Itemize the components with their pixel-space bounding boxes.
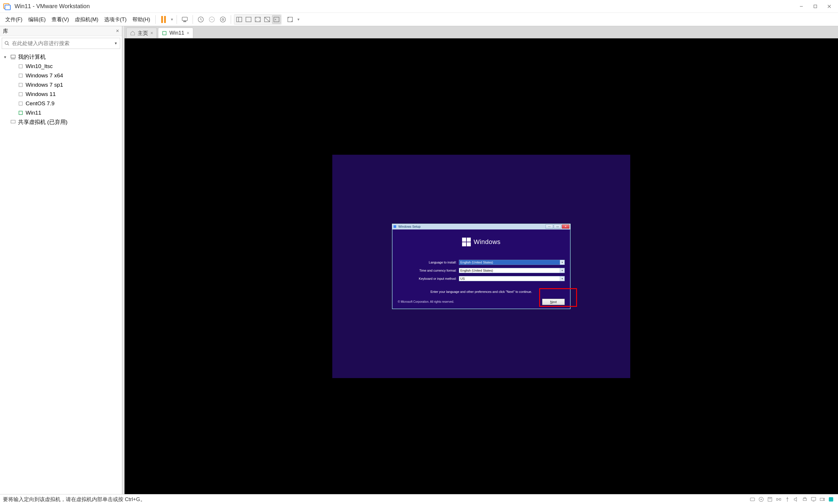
- svg-line-17: [265, 17, 270, 22]
- time-format-select[interactable]: English (United States) ▾: [459, 268, 565, 273]
- tree-my-computer[interactable]: ▾ 我的计算机: [1, 52, 121, 62]
- tab-home[interactable]: 主页 ×: [126, 28, 157, 38]
- status-network-icon[interactable]: [774, 495, 783, 503]
- search-dropdown-icon[interactable]: ▼: [114, 41, 118, 46]
- svg-rect-29: [19, 111, 22, 114]
- keyboard-select[interactable]: US ▾: [459, 276, 565, 281]
- tree-shared-vms[interactable]: 共享虚拟机 (已弃用): [1, 118, 121, 127]
- tab-close-button[interactable]: ×: [186, 31, 189, 36]
- status-message-icon[interactable]: [827, 495, 835, 503]
- library-search[interactable]: ▼: [2, 38, 120, 49]
- view-unity-button[interactable]: [263, 15, 271, 24]
- status-usb-icon[interactable]: [783, 495, 791, 503]
- tree-vm-item[interactable]: Win10_ltsc: [1, 62, 121, 71]
- menu-view[interactable]: 查看(V): [49, 15, 71, 24]
- view-console-button[interactable]: [272, 15, 281, 24]
- svg-rect-37: [769, 497, 771, 499]
- menu-tabs[interactable]: 选项卡(T): [102, 15, 129, 24]
- view-mode-group: [234, 14, 282, 25]
- workspace: 库 × ▼ ▾ 我的计算机 Win10_ltsc Windows 7 x64 W…: [0, 26, 838, 494]
- setup-title-text: Windows Setup: [398, 225, 421, 228]
- field-language: Language to install: English (United Sta…: [398, 260, 565, 265]
- tab-close-button[interactable]: ×: [150, 31, 153, 36]
- vm-icon: [17, 82, 24, 88]
- keyboard-label: Keyboard or input method:: [398, 277, 459, 280]
- windows-logo-text: Windows: [474, 238, 501, 246]
- window-title: Win11 - VMware Workstation: [15, 3, 795, 10]
- stretch-dropdown[interactable]: ▼: [296, 17, 300, 21]
- svg-point-20: [5, 41, 8, 44]
- menu-vm[interactable]: 虚拟机(M): [72, 15, 101, 24]
- window-titlebar: Win11 - VMware Workstation: [0, 0, 838, 13]
- view-split-button[interactable]: [235, 15, 244, 24]
- svg-point-11: [222, 19, 224, 20]
- tree-vm-item[interactable]: Windows 7 sp1: [1, 80, 121, 90]
- library-header: 库 ×: [0, 26, 122, 36]
- svg-rect-24: [19, 65, 22, 68]
- status-sound-icon[interactable]: [792, 495, 800, 503]
- status-bar: 要将输入定向到该虚拟机，请在虚拟机内部单击或按 Ctrl+G。: [0, 494, 838, 504]
- status-text: 要将输入定向到该虚拟机，请在虚拟机内部单击或按 Ctrl+G。: [3, 496, 145, 503]
- status-floppy-icon[interactable]: [766, 495, 774, 503]
- svg-rect-7: [184, 21, 186, 22]
- svg-point-35: [761, 499, 762, 500]
- snapshot-revert-button[interactable]: [207, 15, 217, 24]
- sidebar-resize-handle[interactable]: [122, 26, 125, 494]
- status-disk-icon[interactable]: [748, 495, 756, 503]
- status-display-icon[interactable]: [809, 495, 818, 503]
- snapshot-manager-button[interactable]: [218, 15, 228, 24]
- tree-vm-item[interactable]: Windows 11: [1, 90, 121, 99]
- snapshot-take-button[interactable]: [196, 15, 206, 24]
- vm-running-icon: [162, 31, 167, 36]
- library-panel: 库 × ▼ ▾ 我的计算机 Win10_ltsc Windows 7 x64 W…: [0, 26, 122, 494]
- svg-rect-38: [777, 498, 778, 500]
- toolbar-separator: [177, 15, 177, 24]
- stretch-guest-button[interactable]: [285, 15, 295, 24]
- svg-rect-18: [274, 17, 279, 22]
- menu-help[interactable]: 帮助(H): [130, 15, 153, 24]
- setup-titlebar[interactable]: Windows Setup — ▭ ✕: [392, 224, 571, 230]
- send-ctrl-alt-del-button[interactable]: [180, 15, 190, 24]
- tree-label: CentOS 7.9: [25, 100, 54, 107]
- window-maximize-button[interactable]: [808, 0, 822, 13]
- guest-screen[interactable]: Windows Setup — ▭ ✕ Windows: [332, 155, 630, 378]
- language-select[interactable]: English (United States) ▾: [459, 260, 565, 265]
- status-printer-icon[interactable]: [801, 495, 809, 503]
- tree-vm-item-active[interactable]: Win11: [1, 108, 121, 118]
- tree-label: Win11: [25, 110, 41, 116]
- view-single-button[interactable]: [244, 15, 253, 24]
- view-fullscreen-button[interactable]: [253, 15, 262, 24]
- vm-display-area[interactable]: Windows Setup — ▭ ✕ Windows: [125, 38, 838, 494]
- tree-vm-item[interactable]: CentOS 7.9: [1, 99, 121, 108]
- toolbar-separator: [155, 15, 156, 24]
- setup-maximize-button[interactable]: ▭: [554, 224, 561, 229]
- menu-edit[interactable]: 编辑(E): [26, 15, 48, 24]
- pause-button[interactable]: [159, 15, 168, 24]
- toolbar-separator: [193, 15, 193, 24]
- window-close-button[interactable]: [822, 0, 836, 13]
- toolbar-separator: [231, 15, 231, 24]
- language-value: English (United States): [460, 260, 493, 264]
- setup-close-button[interactable]: ✕: [562, 224, 569, 229]
- library-close-button[interactable]: ×: [116, 28, 119, 34]
- setup-minimize-button[interactable]: —: [546, 224, 553, 229]
- windows-logo: Windows: [398, 238, 565, 246]
- dropdown-arrow-icon: ▾: [560, 276, 565, 281]
- home-icon: [130, 31, 135, 36]
- tree-label: Win10_ltsc: [25, 63, 53, 70]
- svg-rect-39: [780, 498, 781, 500]
- keyboard-value: US: [460, 277, 465, 280]
- svg-rect-41: [803, 499, 806, 501]
- status-camera-icon[interactable]: [818, 495, 826, 503]
- time-label: Time and currency format:: [398, 269, 459, 272]
- tree-label: Windows 7 x64: [25, 72, 63, 79]
- status-cd-icon[interactable]: [757, 495, 765, 503]
- window-minimize-button[interactable]: [795, 0, 808, 13]
- tab-vm-active[interactable]: Win11 ×: [158, 28, 193, 38]
- menu-file[interactable]: 文件(F): [3, 15, 25, 24]
- tree-vm-item[interactable]: Windows 7 x64: [1, 71, 121, 80]
- windows-setup-dialog: Windows Setup — ▭ ✕ Windows: [392, 223, 571, 309]
- power-dropdown[interactable]: ▼: [170, 17, 174, 21]
- vm-icon: [17, 92, 24, 97]
- library-search-input[interactable]: [12, 40, 114, 47]
